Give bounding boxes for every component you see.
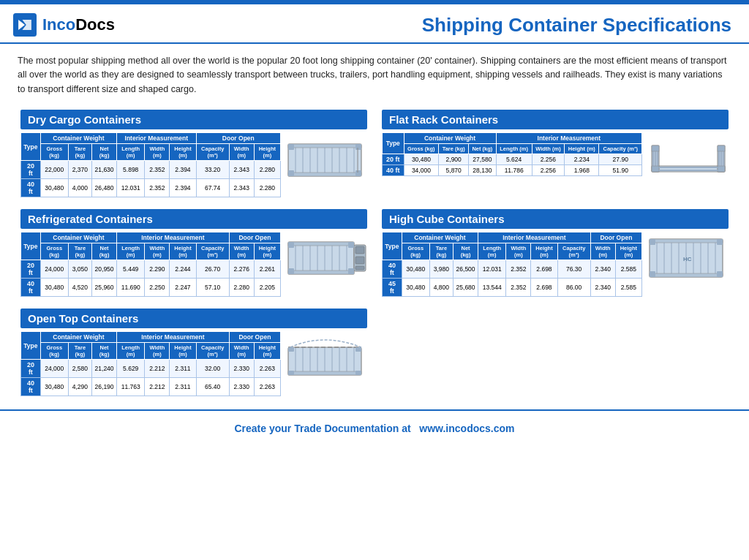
- open-top-svg: [287, 334, 367, 385]
- length-40ft-reefer: 11.690: [116, 279, 144, 297]
- length-20ft-reefer: 5.449: [116, 260, 144, 279]
- dwidth-20ft-ot: 2.330: [229, 360, 254, 378]
- th-door-hc: Door Open: [590, 232, 641, 243]
- table-row: 20 ft 30,480 2,900 27,580 5.624 2.256 2.…: [383, 154, 642, 165]
- length-20ft-ot: 5.629: [116, 360, 144, 378]
- open-top-table: Type Container Weight Interior Measureme…: [20, 331, 281, 396]
- tare-20ft-dry: 2,370: [68, 161, 91, 179]
- th-tare-dry: Tare (kg): [68, 144, 91, 161]
- svg-rect-65: [650, 273, 723, 277]
- type-40ft-flat: 40 ft: [383, 165, 404, 176]
- type-40ft-dry: 40 ft: [21, 179, 41, 197]
- th-type-flat: Type: [383, 133, 404, 154]
- svg-rect-68: [650, 271, 655, 277]
- net-45ft-hc: 25,680: [453, 279, 478, 297]
- flat-rack-section: Flat Rack Containers Type Container Weig…: [374, 104, 736, 203]
- height-40ft-hc: 2.698: [531, 260, 557, 279]
- dwidth-20ft-reefer: 2.276: [229, 260, 254, 279]
- dwidth-20ft-dry: 2.343: [229, 161, 254, 179]
- width-45ft-hc: 2.352: [506, 279, 531, 297]
- type-40ft-hc: 40 ft: [383, 260, 402, 279]
- type-20ft-reefer: 20 ft: [21, 260, 41, 279]
- height-20ft-reefer: 2.244: [170, 260, 196, 279]
- svg-rect-81: [288, 371, 361, 375]
- table-row: 20 ft 24,000 2,580 21,240 5.629 2.212 2.…: [21, 360, 281, 378]
- svg-rect-18: [355, 170, 361, 176]
- content-grid: Dry Cargo Containers Type Container Weig…: [0, 104, 749, 402]
- svg-rect-47: [355, 246, 364, 254]
- width-20ft-reefer: 2.290: [145, 260, 170, 279]
- dheight-40ft-reefer: 2.205: [254, 279, 280, 297]
- tare-20ft-ot: 2,580: [68, 360, 91, 378]
- dwidth-40ft-hc: 2.340: [590, 260, 615, 279]
- capacity-40ft-ot: 65.40: [196, 378, 229, 396]
- type-20ft-flat: 20 ft: [383, 154, 404, 165]
- th-dheight-ot: Height (m): [254, 343, 280, 360]
- height-40ft-flat: 1.968: [565, 165, 599, 176]
- svg-rect-53: [348, 268, 354, 274]
- th-width-hc: Width (m): [506, 243, 531, 260]
- svg-rect-48: [355, 257, 364, 264]
- gross-40ft-dry: 30,480: [40, 179, 68, 197]
- length-20ft-dry: 5.898: [116, 161, 144, 179]
- flat-rack-image: [648, 135, 729, 189]
- th-gross-dry: Gross (kg): [40, 144, 68, 161]
- th-capacity-reefer: Capacity (m³): [196, 243, 229, 260]
- dheight-45ft-hc: 2.585: [615, 279, 641, 297]
- length-45ft-hc: 13.544: [478, 279, 505, 297]
- dry-cargo-svg: [287, 135, 367, 186]
- th-interior-dry: Interior Measurement: [116, 133, 196, 144]
- width-20ft-flat: 2.256: [532, 154, 565, 165]
- th-capacity-hc: Capacity (m³): [557, 243, 590, 260]
- width-40ft-flat: 2.256: [532, 165, 565, 176]
- th-dheight-dry: Height (m): [254, 144, 280, 161]
- th-net-ot: Net (kg): [92, 343, 117, 360]
- gross-40ft-flat: 34,000: [404, 165, 439, 176]
- net-20ft-reefer: 20,950: [92, 260, 117, 279]
- th-interior-ot: Interior Measurement: [116, 332, 229, 343]
- empty-section: [374, 303, 736, 402]
- th-dwidth-dry: Width (m): [229, 144, 254, 161]
- height-40ft-ot: 2.311: [170, 378, 196, 396]
- width-40ft-reefer: 2.250: [145, 279, 170, 297]
- footer: Create your Trade Documentation at www.i…: [0, 409, 749, 442]
- th-capacity-flat: Capacity (m³): [599, 144, 642, 154]
- svg-rect-23: [652, 166, 659, 172]
- flat-rack-content: Type Container Weight Interior Measureme…: [382, 132, 729, 189]
- capacity-20ft-dry: 33.20: [196, 161, 229, 179]
- tare-20ft-flat: 2,900: [439, 154, 469, 165]
- height-20ft-dry: 2.394: [170, 161, 196, 179]
- footer-text-before: Create your Trade Documentation at: [234, 423, 410, 434]
- width-20ft-ot: 2.212: [145, 360, 170, 378]
- high-cube-table-wrapper: Type Container Weight Interior Measureme…: [382, 232, 642, 297]
- length-20ft-flat: 5.624: [496, 154, 532, 165]
- capacity-20ft-flat: 27.90: [599, 154, 642, 165]
- table-row: 40 ft 30,480 4,000 26,480 12.031 2.352 2…: [21, 179, 281, 197]
- net-40ft-hc: 26,500: [453, 260, 478, 279]
- intro-text: The most popular shipping method all ove…: [0, 44, 749, 104]
- open-top-section: Open Top Containers Type Container Weigh…: [13, 303, 374, 402]
- gross-20ft-dry: 22,000: [40, 161, 68, 179]
- svg-text:HC: HC: [683, 256, 692, 262]
- table-row: 40 ft 30,480 3,980 26,500 12.031 2.352 2…: [383, 260, 642, 279]
- th-tare-hc: Tare (kg): [429, 243, 453, 260]
- th-dwidth-hc: Width (m): [590, 243, 615, 260]
- th-length-hc: Length (m): [478, 243, 505, 260]
- th-length-flat: Length (m): [496, 144, 532, 154]
- th-width-flat: Width (m): [532, 144, 565, 154]
- dwidth-40ft-dry: 2.343: [229, 179, 254, 197]
- th-container-weight-dry: Container Weight: [40, 133, 116, 144]
- footer-url[interactable]: www.incodocs.com: [419, 423, 514, 434]
- svg-rect-44: [288, 242, 354, 246]
- th-net-reefer: Net (kg): [92, 243, 117, 260]
- th-gross-reefer: Gross (kg): [40, 243, 68, 260]
- refrigerated-title: Refrigerated Containers: [20, 209, 367, 229]
- svg-rect-15: [288, 144, 294, 150]
- table-row: 45 ft 30,480 4,800 25,680 13.544 2.352 2…: [383, 279, 642, 297]
- dry-cargo-title: Dry Cargo Containers: [20, 110, 367, 129]
- th-door-dry: Door Open: [196, 133, 280, 144]
- dry-cargo-table-wrapper: Type Container Weight Interior Measureme…: [20, 132, 281, 197]
- th-type-reefer: Type: [21, 232, 41, 260]
- type-20ft-dry: 20 ft: [21, 161, 41, 179]
- logo-docs: Docs: [75, 15, 115, 34]
